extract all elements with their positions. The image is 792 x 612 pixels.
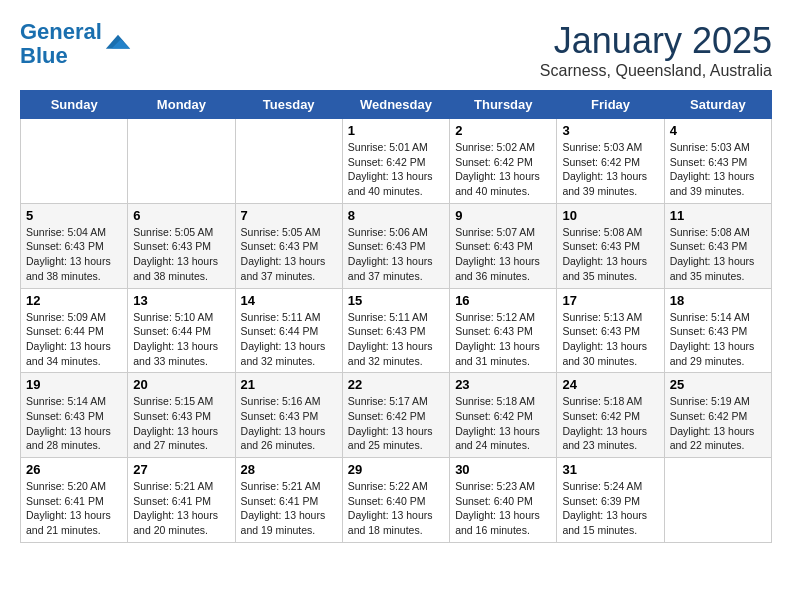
calendar-table: SundayMondayTuesdayWednesdayThursdayFrid… <box>20 90 772 543</box>
day-info: Sunrise: 5:10 AMSunset: 6:44 PMDaylight:… <box>133 310 229 369</box>
day-cell: 5Sunrise: 5:04 AMSunset: 6:43 PMDaylight… <box>21 203 128 288</box>
day-cell: 2Sunrise: 5:02 AMSunset: 6:42 PMDaylight… <box>450 119 557 204</box>
day-info: Sunrise: 5:21 AMSunset: 6:41 PMDaylight:… <box>133 479 229 538</box>
day-info: Sunrise: 5:11 AMSunset: 6:43 PMDaylight:… <box>348 310 444 369</box>
day-cell: 7Sunrise: 5:05 AMSunset: 6:43 PMDaylight… <box>235 203 342 288</box>
day-cell: 13Sunrise: 5:10 AMSunset: 6:44 PMDayligh… <box>128 288 235 373</box>
title-block: January 2025 Scarness, Queensland, Austr… <box>540 20 772 80</box>
day-number: 3 <box>562 123 658 138</box>
day-cell: 9Sunrise: 5:07 AMSunset: 6:43 PMDaylight… <box>450 203 557 288</box>
day-cell: 8Sunrise: 5:06 AMSunset: 6:43 PMDaylight… <box>342 203 449 288</box>
day-number: 20 <box>133 377 229 392</box>
day-info: Sunrise: 5:05 AMSunset: 6:43 PMDaylight:… <box>133 225 229 284</box>
day-number: 21 <box>241 377 337 392</box>
week-row-1: 1Sunrise: 5:01 AMSunset: 6:42 PMDaylight… <box>21 119 772 204</box>
day-cell: 11Sunrise: 5:08 AMSunset: 6:43 PMDayligh… <box>664 203 771 288</box>
day-cell: 15Sunrise: 5:11 AMSunset: 6:43 PMDayligh… <box>342 288 449 373</box>
day-info: Sunrise: 5:15 AMSunset: 6:43 PMDaylight:… <box>133 394 229 453</box>
day-info: Sunrise: 5:22 AMSunset: 6:40 PMDaylight:… <box>348 479 444 538</box>
day-cell <box>235 119 342 204</box>
day-number: 13 <box>133 293 229 308</box>
day-number: 18 <box>670 293 766 308</box>
day-cell: 3Sunrise: 5:03 AMSunset: 6:42 PMDaylight… <box>557 119 664 204</box>
day-number: 23 <box>455 377 551 392</box>
day-info: Sunrise: 5:02 AMSunset: 6:42 PMDaylight:… <box>455 140 551 199</box>
day-number: 2 <box>455 123 551 138</box>
day-cell: 26Sunrise: 5:20 AMSunset: 6:41 PMDayligh… <box>21 458 128 543</box>
day-info: Sunrise: 5:07 AMSunset: 6:43 PMDaylight:… <box>455 225 551 284</box>
header-day-saturday: Saturday <box>664 91 771 119</box>
day-cell: 10Sunrise: 5:08 AMSunset: 6:43 PMDayligh… <box>557 203 664 288</box>
logo-text: General Blue <box>20 20 102 68</box>
header-day-sunday: Sunday <box>21 91 128 119</box>
day-cell: 6Sunrise: 5:05 AMSunset: 6:43 PMDaylight… <box>128 203 235 288</box>
day-info: Sunrise: 5:05 AMSunset: 6:43 PMDaylight:… <box>241 225 337 284</box>
day-info: Sunrise: 5:23 AMSunset: 6:40 PMDaylight:… <box>455 479 551 538</box>
day-number: 1 <box>348 123 444 138</box>
day-number: 27 <box>133 462 229 477</box>
day-info: Sunrise: 5:20 AMSunset: 6:41 PMDaylight:… <box>26 479 122 538</box>
day-info: Sunrise: 5:03 AMSunset: 6:42 PMDaylight:… <box>562 140 658 199</box>
day-info: Sunrise: 5:09 AMSunset: 6:44 PMDaylight:… <box>26 310 122 369</box>
day-info: Sunrise: 5:13 AMSunset: 6:43 PMDaylight:… <box>562 310 658 369</box>
day-number: 31 <box>562 462 658 477</box>
header-day-thursday: Thursday <box>450 91 557 119</box>
day-number: 8 <box>348 208 444 223</box>
day-info: Sunrise: 5:14 AMSunset: 6:43 PMDaylight:… <box>670 310 766 369</box>
week-row-3: 12Sunrise: 5:09 AMSunset: 6:44 PMDayligh… <box>21 288 772 373</box>
day-info: Sunrise: 5:16 AMSunset: 6:43 PMDaylight:… <box>241 394 337 453</box>
day-number: 19 <box>26 377 122 392</box>
day-cell: 12Sunrise: 5:09 AMSunset: 6:44 PMDayligh… <box>21 288 128 373</box>
header-day-friday: Friday <box>557 91 664 119</box>
day-info: Sunrise: 5:01 AMSunset: 6:42 PMDaylight:… <box>348 140 444 199</box>
subtitle: Scarness, Queensland, Australia <box>540 62 772 80</box>
day-number: 11 <box>670 208 766 223</box>
header-day-wednesday: Wednesday <box>342 91 449 119</box>
day-cell <box>21 119 128 204</box>
week-row-4: 19Sunrise: 5:14 AMSunset: 6:43 PMDayligh… <box>21 373 772 458</box>
day-info: Sunrise: 5:24 AMSunset: 6:39 PMDaylight:… <box>562 479 658 538</box>
day-cell: 23Sunrise: 5:18 AMSunset: 6:42 PMDayligh… <box>450 373 557 458</box>
day-number: 22 <box>348 377 444 392</box>
day-cell: 16Sunrise: 5:12 AMSunset: 6:43 PMDayligh… <box>450 288 557 373</box>
day-cell: 1Sunrise: 5:01 AMSunset: 6:42 PMDaylight… <box>342 119 449 204</box>
day-number: 6 <box>133 208 229 223</box>
day-info: Sunrise: 5:08 AMSunset: 6:43 PMDaylight:… <box>562 225 658 284</box>
day-cell: 18Sunrise: 5:14 AMSunset: 6:43 PMDayligh… <box>664 288 771 373</box>
day-number: 9 <box>455 208 551 223</box>
day-info: Sunrise: 5:03 AMSunset: 6:43 PMDaylight:… <box>670 140 766 199</box>
day-number: 12 <box>26 293 122 308</box>
day-cell: 20Sunrise: 5:15 AMSunset: 6:43 PMDayligh… <box>128 373 235 458</box>
day-number: 15 <box>348 293 444 308</box>
day-info: Sunrise: 5:08 AMSunset: 6:43 PMDaylight:… <box>670 225 766 284</box>
day-info: Sunrise: 5:18 AMSunset: 6:42 PMDaylight:… <box>562 394 658 453</box>
day-cell: 29Sunrise: 5:22 AMSunset: 6:40 PMDayligh… <box>342 458 449 543</box>
day-number: 4 <box>670 123 766 138</box>
day-cell: 4Sunrise: 5:03 AMSunset: 6:43 PMDaylight… <box>664 119 771 204</box>
header-day-tuesday: Tuesday <box>235 91 342 119</box>
day-info: Sunrise: 5:18 AMSunset: 6:42 PMDaylight:… <box>455 394 551 453</box>
day-number: 14 <box>241 293 337 308</box>
day-number: 29 <box>348 462 444 477</box>
day-number: 28 <box>241 462 337 477</box>
day-info: Sunrise: 5:17 AMSunset: 6:42 PMDaylight:… <box>348 394 444 453</box>
header-day-monday: Monday <box>128 91 235 119</box>
day-cell: 21Sunrise: 5:16 AMSunset: 6:43 PMDayligh… <box>235 373 342 458</box>
day-info: Sunrise: 5:19 AMSunset: 6:42 PMDaylight:… <box>670 394 766 453</box>
day-info: Sunrise: 5:12 AMSunset: 6:43 PMDaylight:… <box>455 310 551 369</box>
day-cell: 27Sunrise: 5:21 AMSunset: 6:41 PMDayligh… <box>128 458 235 543</box>
day-info: Sunrise: 5:04 AMSunset: 6:43 PMDaylight:… <box>26 225 122 284</box>
day-info: Sunrise: 5:21 AMSunset: 6:41 PMDaylight:… <box>241 479 337 538</box>
day-number: 5 <box>26 208 122 223</box>
day-cell: 30Sunrise: 5:23 AMSunset: 6:40 PMDayligh… <box>450 458 557 543</box>
logo: General Blue <box>20 20 132 68</box>
day-number: 16 <box>455 293 551 308</box>
day-number: 26 <box>26 462 122 477</box>
header-row: SundayMondayTuesdayWednesdayThursdayFrid… <box>21 91 772 119</box>
day-cell: 14Sunrise: 5:11 AMSunset: 6:44 PMDayligh… <box>235 288 342 373</box>
month-title: January 2025 <box>540 20 772 62</box>
day-cell: 24Sunrise: 5:18 AMSunset: 6:42 PMDayligh… <box>557 373 664 458</box>
day-number: 7 <box>241 208 337 223</box>
day-info: Sunrise: 5:11 AMSunset: 6:44 PMDaylight:… <box>241 310 337 369</box>
day-number: 30 <box>455 462 551 477</box>
